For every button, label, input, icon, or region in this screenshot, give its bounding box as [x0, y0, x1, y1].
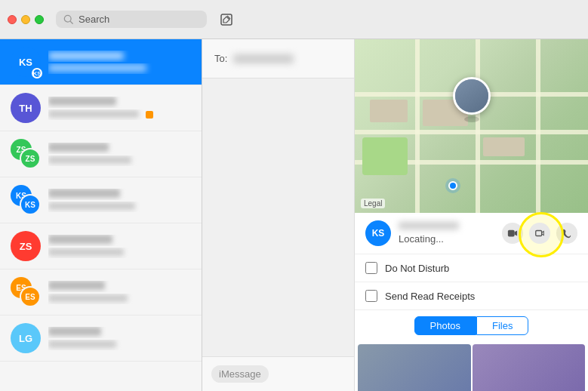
files-tab[interactable]: Files	[476, 316, 528, 335]
conversation-item-es[interactable]: ES ES	[0, 269, 202, 316]
details-panel: Legal KS Locating...	[354, 39, 588, 391]
search-bar: Search	[56, 11, 207, 28]
photo-thumbnail-1[interactable]	[358, 344, 471, 391]
map-area: Legal	[355, 39, 588, 213]
svg-rect-4	[536, 231, 542, 236]
pin-avatar	[453, 77, 491, 115]
conv-text	[48, 51, 191, 74]
map-legal[interactable]: Legal	[361, 199, 385, 208]
svg-rect-2	[221, 14, 232, 25]
avatar-th: TH	[11, 93, 41, 123]
photo-thumbnail-2[interactable]	[473, 344, 586, 391]
conv-name-ks2	[48, 189, 191, 200]
conv-preview-th	[48, 109, 191, 120]
send-read-receipts-row: Send Read Receipts	[355, 282, 588, 310]
conv-preview-es	[48, 294, 191, 304]
to-label: To:	[214, 53, 227, 64]
search-icon	[63, 14, 74, 25]
conv-text-lg	[48, 327, 191, 350]
photos-tab[interactable]: Photos	[414, 316, 476, 335]
fullscreen-button[interactable]	[35, 15, 44, 24]
location-dot	[448, 181, 457, 190]
conversation-item-zs2[interactable]: ZS	[0, 223, 202, 269]
svg-rect-3	[508, 230, 515, 237]
avatar-group-es: ES ES	[11, 277, 41, 307]
facetime-video-wrapper	[502, 223, 523, 244]
facetime-video-button[interactable]	[502, 223, 523, 244]
avatar-lg: LG	[11, 323, 41, 353]
conv-preview-zs1	[48, 155, 191, 166]
phone-button[interactable]	[556, 223, 577, 244]
imessage-tag: iMessage	[211, 365, 269, 383]
conversation-item-ks-active[interactable]: KS KS	[0, 39, 202, 85]
conv-name-zs1	[48, 143, 191, 154]
conv-preview	[48, 63, 191, 74]
user-info-row: KS Locating...	[355, 213, 588, 254]
send-read-receipts-checkbox[interactable]	[365, 290, 377, 302]
avatar-ks: KS KS	[11, 47, 41, 77]
do-not-disturb-row: Do Not Disturb	[355, 254, 588, 282]
do-not-disturb-checkbox[interactable]	[365, 262, 377, 274]
conversation-item-ks2[interactable]: KS KS	[0, 177, 202, 223]
map-background: Legal	[355, 39, 588, 213]
conv-text-zs2	[48, 235, 191, 258]
user-status: Locating...	[399, 233, 444, 245]
chat-input-area: iMessage	[202, 356, 354, 391]
avatar-badge-ks: KS	[32, 68, 42, 79]
title-bar: Search	[0, 0, 588, 39]
svg-line-1	[70, 21, 72, 23]
avatar-zs2: ZS	[11, 231, 41, 261]
conv-preview-lg	[48, 340, 191, 350]
location-pin	[453, 77, 491, 122]
action-icons	[502, 223, 577, 244]
conv-name-es	[48, 281, 191, 292]
conv-text-zs1	[48, 143, 191, 166]
facetime-wrapper	[529, 223, 550, 244]
photo-grid	[355, 341, 588, 391]
avatar-group-ks2: KS KS	[11, 185, 41, 215]
do-not-disturb-label: Do Not Disturb	[385, 263, 449, 274]
conversation-item-zs1[interactable]: ZS ZS	[0, 131, 202, 177]
sidebar: KS KS TH ZS ZS	[0, 39, 202, 391]
avatar-group-zs1: ZS ZS	[11, 139, 41, 169]
compose-button[interactable]	[216, 9, 237, 30]
conv-name	[48, 51, 191, 62]
facetime-button[interactable]	[529, 223, 550, 244]
conv-name-th	[48, 97, 191, 108]
photo-files-tabs: Photos Files	[355, 310, 588, 341]
conv-name-zs2	[48, 235, 191, 246]
conv-text-ks2	[48, 189, 191, 212]
conversation-item-lg[interactable]: LG	[0, 316, 202, 362]
recipient-name	[233, 54, 294, 63]
user-avatar: KS	[365, 220, 391, 246]
conv-preview-zs2	[48, 248, 191, 258]
search-input[interactable]: Search	[79, 14, 109, 25]
minimize-button[interactable]	[21, 15, 30, 24]
send-read-receipts-label: Send Read Receipts	[385, 291, 475, 302]
conv-text-th	[48, 97, 191, 120]
conv-preview-ks2	[48, 202, 191, 212]
conv-name-lg	[48, 327, 191, 338]
conv-text-es	[48, 281, 191, 304]
close-button[interactable]	[8, 15, 17, 24]
traffic-lights	[8, 15, 44, 24]
conversation-item-th[interactable]: TH	[0, 85, 202, 131]
pin-shadow	[464, 116, 479, 122]
